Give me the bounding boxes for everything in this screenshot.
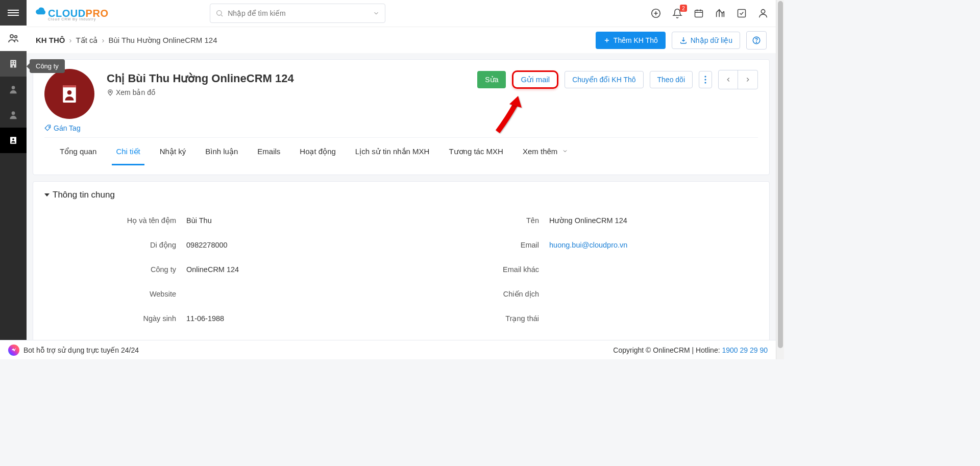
record-hero: Chị Bùi Thu Hường OnlineCRM 124 Xem bản … <box>33 59 770 175</box>
avatar[interactable] <box>44 69 94 119</box>
breadcrumb-root[interactable]: KH THÔ <box>36 36 65 44</box>
value-name: Hường OnlineCRM 124 <box>549 216 627 225</box>
sidebar-item-company[interactable] <box>0 51 27 77</box>
chevron-down-icon[interactable] <box>373 10 380 17</box>
global-search <box>210 4 385 23</box>
value-company: OnlineCRM 124 <box>186 265 239 274</box>
import-button[interactable]: Nhập dữ liệu <box>672 32 740 49</box>
search-icon <box>215 9 224 17</box>
page-header: KH THÔ › Tất cả › Bùi Thu Hường OnlineCR… <box>27 27 776 53</box>
sidebar-item-person2[interactable] <box>0 102 27 128</box>
section-toggle[interactable]: Thông tin chung <box>33 182 769 203</box>
svg-point-9 <box>12 111 15 115</box>
sidebar <box>0 0 27 359</box>
view-map-link[interactable]: Xem bản đồ <box>107 88 294 96</box>
user-icon <box>757 8 769 19</box>
record-title: Chị Bùi Thu Hường OnlineCRM 124 <box>107 72 294 85</box>
messenger-icon[interactable] <box>8 345 19 356</box>
tab-social[interactable]: Tương tác MXH <box>448 138 504 165</box>
tab-log[interactable]: Nhật ký <box>159 138 187 165</box>
tab-more[interactable]: Xem thêm <box>522 138 569 165</box>
assign-tag-link[interactable]: Gán Tag <box>44 124 758 132</box>
svg-point-21 <box>67 90 72 95</box>
svg-rect-4 <box>14 61 15 62</box>
svg-point-11 <box>12 138 14 140</box>
view-map-label: Xem bản đồ <box>116 88 156 96</box>
calendar-icon <box>694 8 704 18</box>
pager-prev[interactable] <box>719 70 738 89</box>
chart-icon <box>715 8 726 19</box>
tab-activity[interactable]: Hoạt động <box>299 138 337 165</box>
search-input[interactable] <box>228 9 369 17</box>
tab-emails[interactable]: Emails <box>256 138 281 165</box>
tasks-button[interactable] <box>736 8 747 19</box>
cloud-icon <box>34 6 48 17</box>
contact-avatar-icon <box>61 84 78 104</box>
value-mobile: 0982278000 <box>186 241 228 249</box>
logo-part1: CLOUD <box>48 8 86 18</box>
tab-sms-history[interactable]: Lịch sử tin nhắn MXH <box>354 138 431 165</box>
sidebar-item-person1[interactable] <box>0 77 27 102</box>
notifications-button[interactable]: 2 <box>672 8 683 19</box>
sidebar-item-contact[interactable] <box>0 128 27 153</box>
tab-comment[interactable]: Bình luận <box>204 138 239 165</box>
breadcrumb-mid[interactable]: Tất cả <box>76 36 98 45</box>
pager-next[interactable] <box>738 70 757 89</box>
calendar-button[interactable] <box>693 8 704 19</box>
label-campaign: Chiến dịch <box>411 290 549 298</box>
record-pager <box>718 70 758 89</box>
value-lastfirst: Bùi Thu <box>186 216 212 225</box>
svg-point-16 <box>761 10 765 13</box>
plus-circle-icon <box>650 8 662 19</box>
contact-card-icon <box>9 136 18 145</box>
logo-part2: PRO <box>86 8 109 18</box>
logo[interactable]: CLOUDPRO Cloud CRM By Industry <box>34 6 108 21</box>
label-company: Công ty <box>48 265 186 274</box>
chevron-down-icon <box>562 148 568 154</box>
help-button[interactable] <box>746 31 767 50</box>
download-icon <box>679 36 688 44</box>
hotline-label: Hotline: <box>696 346 720 354</box>
window-scrollbar[interactable] <box>776 0 784 359</box>
svg-point-12 <box>217 11 222 15</box>
follow-button[interactable]: Theo dõi <box>650 71 693 88</box>
svg-point-0 <box>10 35 13 38</box>
breadcrumb-leaf: Bùi Thu Hường OnlineCRM 124 <box>109 36 217 45</box>
tab-overview[interactable]: Tổng quan <box>59 138 97 165</box>
check-square-icon <box>737 8 747 18</box>
add-lead-button[interactable]: Thêm KH Thô <box>596 32 666 49</box>
tab-more-label: Xem thêm <box>523 147 557 156</box>
caret-down-icon <box>44 193 50 197</box>
sidebar-item-leads[interactable] <box>0 26 27 51</box>
general-info-card: Thông tin chung Họ và tên đệmBùi Thu Tên… <box>33 181 770 341</box>
svg-rect-7 <box>13 65 14 67</box>
footer: Bot hỗ trợ sử dụng trực tuyến 24/24 Copy… <box>0 340 776 359</box>
bot-text: Bot hỗ trợ sử dụng trực tuyến 24/24 <box>23 346 139 354</box>
value-dob: 11-06-1988 <box>186 314 224 323</box>
analytics-button[interactable] <box>715 8 726 19</box>
profile-button[interactable] <box>757 8 769 19</box>
building-icon <box>8 59 18 69</box>
people-icon <box>7 32 19 44</box>
label-email: Email <box>411 241 549 249</box>
menu-toggle[interactable] <box>0 0 27 26</box>
label-mobile: Di động <box>48 241 186 249</box>
copyright-text: Copyright © OnlineCRM <box>613 346 690 354</box>
map-pin-icon <box>107 89 114 96</box>
add-lead-label: Thêm KH Thô <box>614 36 658 44</box>
svg-rect-15 <box>738 10 745 17</box>
send-mail-button[interactable]: Gửi mail <box>512 70 558 89</box>
help-icon <box>752 36 761 45</box>
tag-icon <box>44 125 52 132</box>
more-actions-button[interactable] <box>699 71 712 88</box>
hotline-number[interactable]: 1900 29 29 90 <box>722 346 768 354</box>
email-link[interactable]: huong.bui@cloudpro.vn <box>549 241 627 249</box>
edit-button[interactable]: Sửa <box>477 71 506 88</box>
svg-point-8 <box>12 86 15 89</box>
person-suit-icon <box>8 84 18 94</box>
quick-create-button[interactable] <box>650 8 662 19</box>
tab-detail[interactable]: Chi tiết <box>115 138 141 165</box>
convert-lead-button[interactable]: Chuyển đổi KH Thô <box>565 71 643 88</box>
breadcrumb: KH THÔ › Tất cả › Bùi Thu Hường OnlineCR… <box>36 36 217 45</box>
plus-icon <box>603 37 610 44</box>
